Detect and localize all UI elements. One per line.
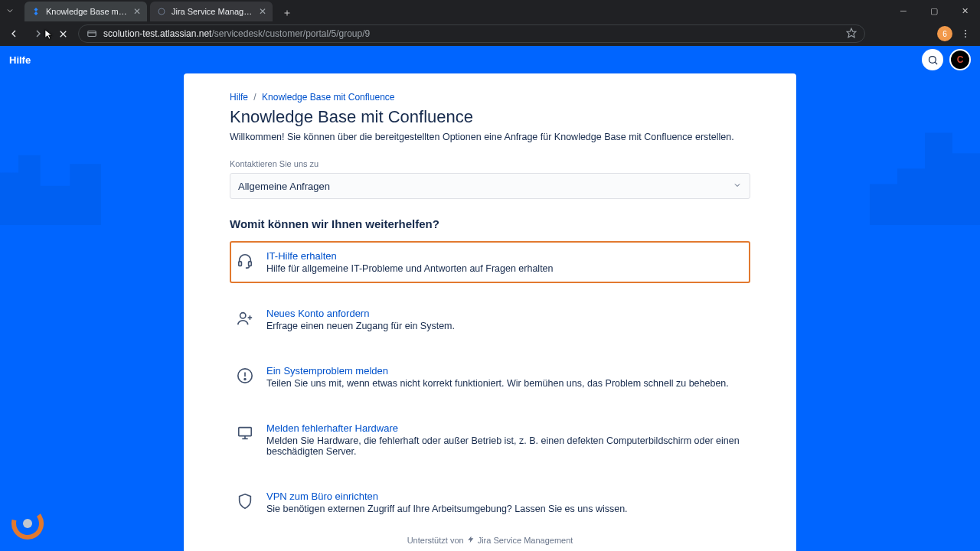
search-button[interactable] [922,49,943,70]
contact-select[interactable]: Allgemeine Anfragen [230,173,750,199]
footer-product: Jira Service Management [478,536,573,545]
chevron-down-icon [733,181,742,192]
tab-label: Jira Service Management [172,7,253,16]
breadcrumb-root[interactable]: Hilfe [230,92,248,103]
page-title: Knowledge Base mit Confluence [230,107,750,127]
breadcrumb-current[interactable]: Knowledge Base mit Confluence [262,92,394,103]
svg-point-25 [23,519,32,528]
request-description: Erfrage einen neuen Zugang für ein Syste… [266,321,455,331]
headset-icon [236,252,254,270]
nav-forward-button[interactable] [29,24,47,43]
user-plus-icon [236,309,254,328]
jira-favicon-icon [31,6,41,17]
site-info-icon[interactable] [87,28,97,39]
contact-select-label: Kontaktieren Sie uns zu [230,159,750,168]
request-title: IT-Hilfe erhalten [266,250,554,262]
svg-point-10 [965,36,966,37]
breadcrumb: Hilfe / Knowledge Base mit Confluence [230,92,750,103]
user-avatar[interactable]: C [949,49,971,70]
url-domain: scolution-test.atlassian.net [103,28,211,39]
shield-icon [236,492,254,510]
svg-point-8 [965,30,966,31]
request-title: Ein Systemproblem melden [266,365,729,377]
svg-point-11 [929,56,936,63]
svg-point-9 [965,33,966,34]
browser-tab-0[interactable]: Knowledge Base mit Confluenc ✕ [24,2,147,21]
request-type-item[interactable]: Neues Konto anfordernErfrage einen neuen… [230,298,750,341]
browser-tab-1[interactable]: Jira Service Management ✕ [150,2,273,21]
window-minimize-button[interactable]: ─ [888,0,919,21]
close-icon[interactable]: ✕ [133,6,141,17]
request-description: Hilfe für allgemeine IT-Probleme und Ant… [266,263,554,274]
bookmark-star-icon[interactable] [846,28,857,41]
browser-profile-avatar[interactable]: 6 [937,26,952,41]
tab-list-dropdown[interactable] [3,4,17,18]
nav-reload-button[interactable] [54,24,72,43]
footer: Unterstützt von Jira Service Management [184,536,796,545]
watermark-logo [11,507,44,540]
contact-select-value: Allgemeine Anfragen [238,181,330,192]
breadcrumb-separator: / [253,92,256,103]
request-description: Melden Sie Hardware, die fehlerhaft oder… [266,435,744,457]
alert-icon [236,367,254,385]
address-bar[interactable]: scolution-test.atlassian.net/servicedesk… [78,24,865,43]
request-type-item[interactable]: VPN zum Büro einrichtenSie benötigen ext… [230,481,750,523]
request-type-item[interactable]: Ein Systemproblem meldenTeilen Sie uns m… [230,356,750,398]
url-path: /servicedesk/customer/portal/5/group/9 [211,28,370,39]
request-type-item[interactable]: Melden fehlerhafter HardwareMelden Sie H… [230,413,750,466]
svg-marker-7 [847,28,856,37]
page-description: Willkommen! Sie können über die bereitge… [230,132,750,142]
header-help-link[interactable]: Hilfe [9,54,31,66]
bolt-icon [467,536,475,545]
browser-tabs: Knowledge Base mit Confluenc ✕ Jira Serv… [20,0,888,21]
window-maximize-button[interactable]: ▢ [919,0,949,21]
nav-back-button[interactable] [5,24,23,43]
svg-rect-5 [88,31,96,37]
svg-point-20 [244,379,246,380]
svg-point-0 [158,8,165,15]
footer-prefix: Unterstützt von [407,536,464,545]
svg-point-15 [240,313,246,318]
svg-rect-14 [249,262,252,266]
request-type-item[interactable]: IT-Hilfe erhaltenHilfe für allgemeine IT… [230,241,750,283]
request-title: Melden fehlerhafter Hardware [266,422,744,434]
window-close-button[interactable]: ✕ [949,0,980,21]
request-description: Sie benötigen externen Zugriff auf Ihre … [266,504,628,514]
help-section-title: Womit können wir Ihnen weiterhelfen? [230,217,750,230]
tab-label: Knowledge Base mit Confluenc [46,7,127,16]
new-tab-button[interactable] [279,5,296,21]
browser-menu-button[interactable] [960,28,971,39]
request-type-list: IT-Hilfe erhaltenHilfe für allgemeine IT… [230,241,750,523]
monitor-icon [236,424,254,442]
svg-rect-21 [239,428,252,436]
request-description: Teilen Sie uns mit, wenn etwas nicht kor… [266,378,729,389]
svg-rect-13 [239,262,242,266]
request-title: Neues Konto anfordern [266,308,455,319]
svg-line-12 [935,62,937,64]
close-icon[interactable]: ✕ [259,6,266,17]
portal-card: Hilfe / Knowledge Base mit Confluence Kn… [184,73,796,551]
request-title: VPN zum Büro einrichten [266,491,628,502]
jsm-favicon-icon [156,6,167,17]
